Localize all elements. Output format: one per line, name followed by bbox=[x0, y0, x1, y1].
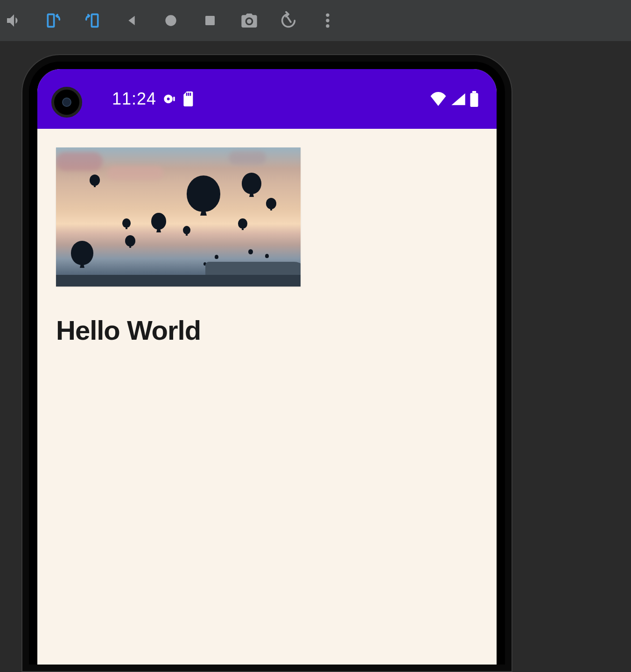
emulator-toolbar bbox=[0, 0, 631, 41]
signal-icon bbox=[451, 92, 466, 106]
svg-point-7 bbox=[326, 19, 329, 22]
svg-rect-0 bbox=[48, 14, 54, 27]
svg-rect-11 bbox=[173, 97, 175, 101]
status-left: 11:24 bbox=[112, 89, 195, 109]
content-heading: Hello World bbox=[56, 315, 478, 346]
svg-point-10 bbox=[167, 98, 170, 100]
svg-line-5 bbox=[287, 17, 291, 22]
camera-icon[interactable] bbox=[240, 11, 259, 30]
svg-rect-16 bbox=[470, 93, 478, 107]
emulator-viewport: 11:24 bbox=[0, 41, 631, 672]
svg-rect-15 bbox=[472, 91, 477, 93]
sd-card-icon bbox=[182, 91, 195, 106]
status-time: 11:24 bbox=[112, 89, 156, 109]
status-right bbox=[429, 91, 479, 107]
disc-icon bbox=[163, 92, 176, 105]
phone-frame: 11:24 bbox=[22, 55, 512, 671]
svg-point-6 bbox=[326, 14, 329, 17]
rotate-left-icon[interactable] bbox=[44, 11, 63, 30]
wifi-icon bbox=[429, 92, 447, 106]
volume-icon[interactable] bbox=[5, 11, 23, 30]
svg-rect-3 bbox=[205, 16, 215, 25]
record-icon[interactable] bbox=[161, 11, 180, 30]
battery-icon bbox=[470, 91, 479, 107]
svg-point-8 bbox=[326, 24, 329, 28]
phone-inner: 11:24 bbox=[29, 62, 505, 665]
svg-point-2 bbox=[165, 15, 176, 26]
more-icon[interactable] bbox=[318, 11, 337, 30]
svg-rect-13 bbox=[188, 93, 189, 96]
content-image bbox=[56, 147, 301, 287]
svg-rect-14 bbox=[190, 93, 191, 96]
phone-screen: 11:24 bbox=[37, 69, 497, 665]
svg-rect-1 bbox=[91, 14, 98, 27]
back-icon[interactable] bbox=[122, 11, 141, 30]
rotate-right-icon[interactable] bbox=[83, 11, 102, 30]
restart-icon[interactable] bbox=[279, 11, 298, 30]
svg-rect-12 bbox=[186, 93, 188, 96]
stop-icon[interactable] bbox=[201, 11, 219, 30]
app-content: Hello World bbox=[37, 129, 497, 364]
camera-cutout bbox=[51, 87, 82, 118]
svg-point-4 bbox=[247, 19, 252, 24]
status-bar: 11:24 bbox=[37, 69, 497, 129]
